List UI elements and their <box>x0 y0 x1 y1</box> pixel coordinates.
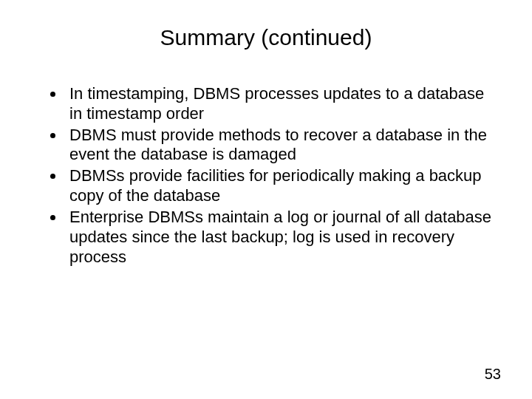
list-item: In timestamping, DBMS processes updates … <box>65 84 497 124</box>
list-item: DBMSs provide facilities for periodicall… <box>65 166 497 206</box>
list-item: Enterprise DBMSs maintain a log or journ… <box>65 208 497 267</box>
slide: Summary (continued) In timestamping, DBM… <box>0 0 532 399</box>
list-item: DBMS must provide methods to recover a d… <box>65 126 497 166</box>
page-number: 53 <box>485 366 501 383</box>
slide-title: Summary (continued) <box>35 25 497 50</box>
bullet-list: In timestamping, DBMS processes updates … <box>35 84 497 267</box>
